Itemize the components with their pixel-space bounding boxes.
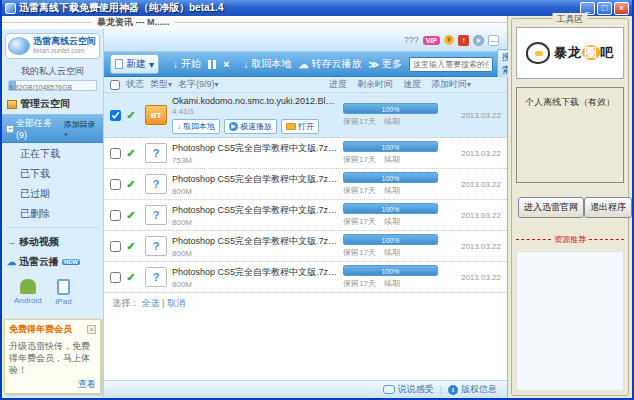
task-date: 2013.03.22 (443, 180, 501, 189)
app-header: ??? VIP ¥ ↑ — (104, 29, 507, 51)
select-all-checkbox[interactable] (110, 80, 120, 90)
renew-link[interactable]: 续期 (384, 247, 400, 258)
task-date: 2013.03.22 (443, 111, 501, 120)
mobile-video-icon: → (7, 237, 16, 247)
renew-link[interactable]: 续期 (384, 216, 400, 227)
progress-bar: 100% (343, 234, 438, 245)
select-all-link[interactable]: 全选 (142, 298, 160, 308)
task-checkbox[interactable] (110, 272, 121, 283)
manage-space-label: 管理云空间 (20, 97, 70, 111)
info-icon: i (448, 385, 458, 395)
window-title: 迅雷离线下载免费使用神器（纯净版）beta1.4 (19, 1, 223, 15)
exit-program-button[interactable]: 退出程序 (584, 197, 632, 218)
task-name[interactable]: Photoshop CS5完全自学教程中文版.7z.002 (172, 235, 338, 248)
retrieve-local-button[interactable]: ↓ 取回本地 (243, 57, 291, 71)
task-name[interactable]: Photoshop CS5完全自学教程中文版.7z.004 (172, 173, 338, 186)
column-speed[interactable]: 速度 (403, 78, 421, 91)
renew-link[interactable]: 续期 (384, 278, 400, 289)
ipad-app-button[interactable]: iPad (56, 279, 72, 306)
task-row[interactable]: ✓ ? Photoshop CS5完全自学教程中文版.7z.004 800M 1… (104, 169, 507, 200)
settings-gear-icon[interactable] (473, 35, 484, 46)
task-size: 4.41G (172, 107, 338, 116)
sidebar-item-downloaded[interactable]: 已下载 (2, 164, 103, 184)
task-row[interactable]: ✓ ? Photoshop CS5完全自学教程中文版.7z.001 800M 1… (104, 262, 507, 293)
column-added[interactable]: 添加时间▾ (431, 78, 501, 91)
delete-button[interactable]: × (223, 58, 229, 70)
android-app-button[interactable]: Android (14, 279, 42, 306)
renew-link[interactable]: 续期 (384, 154, 400, 165)
task-row[interactable]: ✓ ? Photoshop CS5完全自学教程中文版.7z.005 753M 1… (104, 138, 507, 169)
resource-divider: 资源推荐 (516, 234, 624, 245)
column-type[interactable]: 类型▾ (150, 78, 172, 91)
task-name[interactable]: Okami.kodomo.no.smc.to.yuki.2012.BluRay.… (172, 96, 338, 106)
sign-in-icon[interactable]: ↑ (458, 35, 469, 46)
task-checkbox[interactable] (110, 210, 121, 221)
logo-domain: lixian.xunlei.com (33, 47, 96, 55)
chevron-down-icon: ▾ (467, 80, 471, 89)
sidebar-item-mobile-video[interactable]: → 移动视频 (2, 231, 103, 251)
news-ticker[interactable]: 暴龙资讯 --- M...... (92, 16, 175, 29)
new-task-button[interactable]: 新建 ▾ (110, 54, 159, 74)
close-button[interactable]: × (614, 2, 629, 15)
task-name[interactable]: Photoshop CS5完全自学教程中文版.7z.003 (172, 204, 338, 217)
task-checkbox[interactable] (110, 110, 121, 121)
pause-icon (208, 60, 216, 69)
coin-icon[interactable]: ¥ (444, 35, 454, 45)
task-checkbox[interactable] (110, 241, 121, 252)
cloud-save-button[interactable]: ☁ 转存云播放 (298, 57, 361, 71)
official-site-button[interactable]: 进入迅雷官网 (518, 197, 584, 218)
search-input[interactable] (409, 57, 493, 72)
download-icon: ↓ (243, 59, 248, 70)
task-name[interactable]: Photoshop CS5完全自学教程中文版.7z.005 (172, 142, 338, 155)
open-action-button[interactable]: 打开 (281, 119, 319, 134)
column-progress[interactable]: 进度 (329, 78, 347, 91)
title-bar: 迅雷离线下载免费使用神器（纯净版）beta1.4 _ □ × (2, 0, 632, 16)
feedback-link[interactable]: 说说感受 (383, 383, 434, 396)
sidebar-item-all-tasks[interactable]: − 全部任务(9) 添加目录+ (2, 114, 103, 143)
column-remaining[interactable]: 剩余时间 (357, 78, 393, 91)
copyright-link[interactable]: i 版权信息 (448, 383, 497, 396)
sidebar-item-downloading[interactable]: 正在下载 (2, 144, 103, 164)
column-status[interactable]: 状态 (126, 78, 144, 91)
cloud-play-icon: ☁ (7, 257, 16, 267)
progress-bar: 100% (343, 172, 438, 183)
speed-play-action-button[interactable]: ▶ 极速播放 (224, 119, 277, 134)
sidebar-item-deleted[interactable]: 已删除 (2, 204, 103, 224)
task-name[interactable]: Photoshop CS5完全自学教程中文版.7z.001 (172, 266, 338, 279)
brand-logo: 暴龙圈吧 (516, 27, 624, 79)
file-icon: ? (145, 236, 167, 256)
promo-popup: 免费得年费会员 × 升级迅雷快传，免费得年费会员，马上体验！ 查看 (4, 319, 101, 394)
task-row[interactable]: ✓ ? Photoshop CS5完全自学教程中文版.7z.002 800M 1… (104, 231, 507, 262)
android-icon (20, 279, 36, 294)
tree-collapse-icon[interactable]: − (6, 125, 14, 133)
task-checkbox[interactable] (110, 148, 121, 159)
sidebar: 迅雷离线云空间 lixian.xunlei.com 我的私人云空间 8.32GB… (2, 29, 104, 398)
renew-link[interactable]: 续期 (384, 185, 400, 196)
add-directory-link[interactable]: 添加目录+ (64, 119, 100, 139)
more-button[interactable]: ≫ 更多 (368, 57, 401, 71)
status-complete-icon: ✓ (126, 178, 140, 191)
promo-close-icon[interactable]: × (87, 325, 96, 334)
sidebar-item-cloud-play[interactable]: ☁ 迅雷云播 NEW (2, 251, 103, 271)
select-cancel-link[interactable]: 取消 (167, 298, 185, 308)
sidebar-item-expired[interactable]: 已过期 (2, 184, 103, 204)
column-name[interactable]: 名字(9/9)▾ (178, 78, 219, 91)
logo-box[interactable]: 迅雷离线云空间 lixian.xunlei.com (5, 33, 100, 59)
retrieve-local-action-button[interactable]: ↓ 取回本地 (172, 119, 220, 134)
maximize-button[interactable]: □ (597, 2, 612, 15)
new-page-icon (115, 59, 123, 69)
app-icon (5, 3, 16, 14)
task-checkbox[interactable] (110, 179, 121, 190)
web-minimize-icon[interactable]: — (488, 35, 499, 46)
renew-link[interactable]: 续期 (384, 116, 400, 127)
pause-button[interactable] (208, 60, 216, 69)
username-text[interactable]: ??? (404, 35, 419, 45)
promo-view-link[interactable]: 查看 (9, 378, 96, 391)
vip-badge[interactable]: VIP (423, 36, 440, 45)
task-row[interactable]: ✓ ? Photoshop CS5完全自学教程中文版.7z.003 800M 1… (104, 200, 507, 231)
play-icon: ▶ (229, 122, 238, 131)
start-button[interactable]: ↓ 开始 (173, 57, 201, 71)
task-row[interactable]: ✓ BT Okami.kodomo.no.smc.to.yuki.2012.Bl… (104, 93, 507, 138)
speech-bubble-icon (383, 385, 395, 394)
keep-days: 保留17天 (343, 116, 376, 127)
